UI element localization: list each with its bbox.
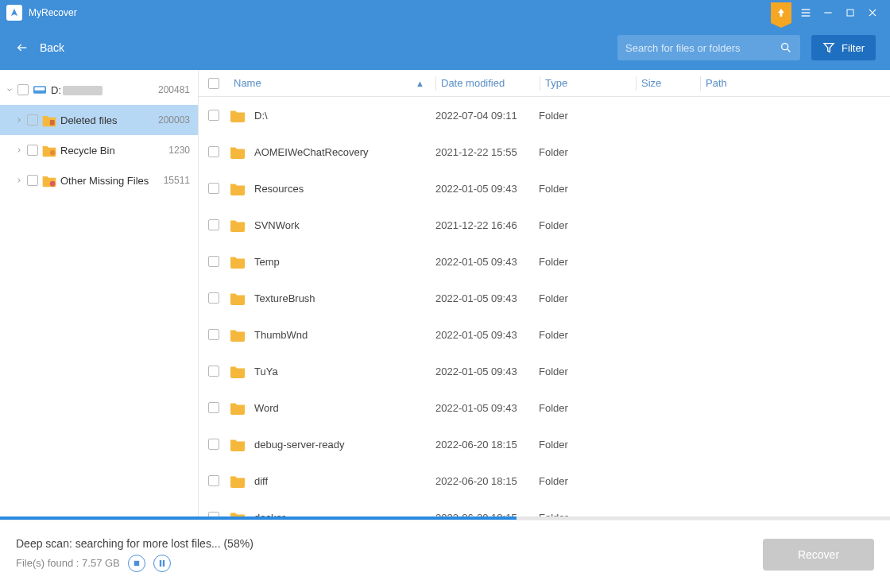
search-box[interactable] <box>617 35 800 60</box>
file-row[interactable]: debug-server-ready2022-06-20 18:15Folder <box>199 426 890 462</box>
file-row[interactable]: D:\2022-07-04 09:11Folder <box>199 97 890 133</box>
main-area: D: 200481 Deleted files200003Recycle Bin… <box>0 70 890 516</box>
svg-point-8 <box>782 44 788 50</box>
file-row[interactable]: Word2022-01-05 09:43Folder <box>199 389 890 426</box>
file-row[interactable]: docker2022-06-20 18:15Folder <box>199 499 890 516</box>
file-row[interactable]: Temp2022-01-05 09:43Folder <box>199 243 890 280</box>
scan-status-line: Deep scan: searching for more lost files… <box>16 537 747 550</box>
tree-checkbox[interactable] <box>27 145 38 156</box>
row-checkbox[interactable] <box>208 329 219 340</box>
row-checkbox[interactable] <box>208 475 219 486</box>
file-row[interactable]: TextureBrush2022-01-05 09:43Folder <box>199 280 890 316</box>
sidebar-drive-row[interactable]: D: 200481 <box>0 75 198 105</box>
filter-label: Filter <box>842 42 865 54</box>
filter-icon <box>822 41 835 54</box>
file-type: Folder <box>539 110 634 122</box>
file-name: TextureBrush <box>254 292 435 304</box>
file-type: Folder <box>539 475 634 487</box>
file-name: Resources <box>254 183 435 195</box>
column-date[interactable]: Date modified <box>436 77 540 89</box>
drive-count: 200481 <box>158 84 190 95</box>
file-type: Folder <box>539 292 634 304</box>
row-checkbox[interactable] <box>208 402 219 413</box>
row-checkbox[interactable] <box>208 366 219 377</box>
select-all-checkbox[interactable] <box>208 78 219 89</box>
file-date: 2022-07-04 09:11 <box>435 110 539 122</box>
chevron-right-icon[interactable] <box>14 116 24 124</box>
row-checkbox[interactable] <box>208 183 219 194</box>
file-date: 2022-06-20 18:15 <box>435 475 539 487</box>
svg-rect-4 <box>847 10 853 16</box>
file-row[interactable]: AOMEIWeChatRecovery2021-12-22 15:55Folde… <box>199 133 890 170</box>
svg-line-9 <box>787 49 790 52</box>
file-row[interactable]: Resources2022-01-05 09:43Folder <box>199 170 890 207</box>
pause-scan-button[interactable] <box>153 555 171 572</box>
file-name: SVNWork <box>254 219 435 231</box>
svg-rect-18 <box>163 560 164 567</box>
row-checkbox[interactable] <box>208 439 219 450</box>
file-row[interactable]: ThumbWnd2022-01-05 09:43Folder <box>199 316 890 353</box>
column-type[interactable]: Type <box>540 77 636 89</box>
maximize-icon[interactable] <box>839 2 861 24</box>
file-type: Folder <box>539 402 634 414</box>
file-name: Temp <box>254 256 435 268</box>
file-date: 2021-12-22 16:46 <box>435 219 539 231</box>
file-rows[interactable]: D:\2022-07-04 09:11FolderAOMEIWeChatReco… <box>199 97 890 516</box>
sidebar-item-other-missing-files[interactable]: Other Missing Files15511 <box>0 165 198 195</box>
scan-progress-bar <box>0 516 890 520</box>
column-size[interactable]: Size <box>637 77 700 89</box>
recover-button[interactable]: Recover <box>763 539 874 571</box>
search-input[interactable] <box>625 42 780 54</box>
row-checkbox[interactable] <box>208 219 219 230</box>
row-checkbox[interactable] <box>208 110 219 121</box>
sort-asc-icon: ▲ <box>416 79 431 88</box>
file-date: 2021-12-22 15:55 <box>435 146 539 158</box>
file-type: Folder <box>539 183 634 195</box>
row-checkbox[interactable] <box>208 146 219 157</box>
menu-icon[interactable] <box>795 2 817 24</box>
column-path[interactable]: Path <box>701 77 880 89</box>
tree-label: Deleted files <box>60 114 155 126</box>
chevron-down-icon[interactable] <box>5 86 14 94</box>
app-title: MyRecover <box>29 7 77 18</box>
svg-marker-10 <box>824 44 834 52</box>
close-icon[interactable] <box>861 2 884 24</box>
row-checkbox[interactable] <box>208 256 219 267</box>
row-checkbox[interactable] <box>208 292 219 304</box>
back-label: Back <box>40 41 64 54</box>
tree-checkbox[interactable] <box>27 175 38 186</box>
sidebar-item-deleted-files[interactable]: Deleted files200003 <box>0 105 198 135</box>
minimize-icon[interactable] <box>817 2 839 24</box>
upgrade-icon[interactable] <box>771 2 791 23</box>
sidebar-item-recycle-bin[interactable]: Recycle Bin1230 <box>0 135 198 165</box>
footer: Deep scan: searching for more lost files… <box>0 520 890 588</box>
column-name[interactable]: Name ▲ <box>229 77 435 89</box>
tree-checkbox[interactable] <box>27 114 38 126</box>
file-name: ThumbWnd <box>254 329 435 341</box>
tree-label: Other Missing Files <box>60 175 161 187</box>
scan-progress-fill <box>0 516 517 520</box>
scan-status: Deep scan: searching for more lost files… <box>16 537 747 572</box>
file-row[interactable]: SVNWork2021-12-22 16:46Folder <box>199 207 890 243</box>
chevron-right-icon[interactable] <box>14 146 24 154</box>
file-row[interactable]: TuYa2022-01-05 09:43Folder <box>199 353 890 389</box>
file-date: 2022-01-05 09:43 <box>435 292 539 304</box>
chevron-right-icon[interactable] <box>14 176 24 184</box>
back-button[interactable]: Back <box>14 41 64 54</box>
file-row[interactable]: diff2022-06-20 18:15Folder <box>199 462 890 499</box>
svg-rect-13 <box>50 120 55 126</box>
files-found-line: File(s) found : 7.57 GB <box>16 557 120 569</box>
search-icon <box>780 41 792 54</box>
tree-count: 200003 <box>158 114 190 126</box>
svg-rect-16 <box>134 560 139 565</box>
tree-count: 1230 <box>168 145 190 156</box>
titlebar: MyRecover <box>0 0 890 25</box>
drive-checkbox[interactable] <box>17 84 29 95</box>
stop-scan-button[interactable] <box>128 555 145 572</box>
svg-point-14 <box>50 150 56 156</box>
drive-icon <box>32 82 48 98</box>
filter-button[interactable]: Filter <box>811 35 876 60</box>
file-date: 2022-01-05 09:43 <box>435 256 539 268</box>
file-date: 2022-01-05 09:43 <box>435 402 539 414</box>
tree-label: Recycle Bin <box>60 145 165 157</box>
